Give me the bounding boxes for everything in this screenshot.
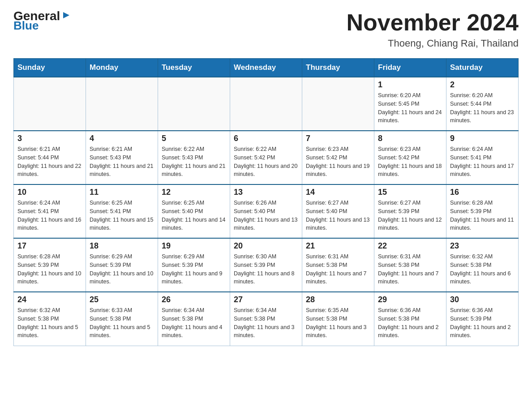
week-row-1: 1Sunrise: 6:20 AM Sunset: 5:45 PM Daylig… (14, 77, 519, 131)
day-number: 11 (90, 188, 154, 197)
day-info: Sunrise: 6:24 AM Sunset: 5:41 PM Dayligh… (450, 145, 515, 179)
calendar-cell: 12Sunrise: 6:25 AM Sunset: 5:40 PM Dayli… (158, 184, 230, 238)
day-number: 4 (90, 134, 154, 143)
day-info: Sunrise: 6:21 AM Sunset: 5:44 PM Dayligh… (17, 145, 82, 179)
header-day-thursday: Thursday (302, 59, 374, 77)
day-info: Sunrise: 6:23 AM Sunset: 5:42 PM Dayligh… (306, 145, 370, 179)
calendar-body: 1Sunrise: 6:20 AM Sunset: 5:45 PM Daylig… (14, 77, 519, 346)
header-day-wednesday: Wednesday (230, 59, 302, 77)
day-number: 14 (306, 188, 370, 197)
page-header: General Blue November 2024 Thoeng, Chian… (13, 9, 519, 49)
calendar-cell: 18Sunrise: 6:29 AM Sunset: 5:39 PM Dayli… (86, 238, 158, 292)
header-row: SundayMondayTuesdayWednesdayThursdayFrid… (14, 59, 519, 77)
week-row-5: 24Sunrise: 6:32 AM Sunset: 5:38 PM Dayli… (14, 292, 519, 346)
calendar-cell: 4Sunrise: 6:21 AM Sunset: 5:43 PM Daylig… (86, 131, 158, 184)
calendar-cell: 13Sunrise: 6:26 AM Sunset: 5:40 PM Dayli… (230, 184, 302, 238)
day-info: Sunrise: 6:28 AM Sunset: 5:39 PM Dayligh… (17, 253, 82, 286)
day-info: Sunrise: 6:32 AM Sunset: 5:38 PM Dayligh… (450, 253, 515, 286)
day-number: 5 (162, 134, 226, 143)
day-number: 17 (17, 241, 82, 251)
day-number: 29 (378, 295, 442, 304)
day-info: Sunrise: 6:35 AM Sunset: 5:38 PM Dayligh… (306, 306, 370, 340)
day-info: Sunrise: 6:27 AM Sunset: 5:40 PM Dayligh… (306, 199, 370, 232)
day-info: Sunrise: 6:32 AM Sunset: 5:38 PM Dayligh… (17, 306, 82, 340)
day-info: Sunrise: 6:33 AM Sunset: 5:38 PM Dayligh… (90, 306, 154, 340)
week-row-3: 10Sunrise: 6:24 AM Sunset: 5:41 PM Dayli… (14, 184, 519, 238)
calendar-cell (158, 77, 230, 131)
day-info: Sunrise: 6:27 AM Sunset: 5:39 PM Dayligh… (378, 199, 442, 232)
calendar-cell: 8Sunrise: 6:23 AM Sunset: 5:42 PM Daylig… (374, 131, 446, 184)
calendar-cell: 11Sunrise: 6:25 AM Sunset: 5:41 PM Dayli… (86, 184, 158, 238)
calendar-cell (230, 77, 302, 131)
day-number: 28 (306, 295, 370, 304)
day-number: 20 (234, 241, 298, 251)
calendar-cell: 9Sunrise: 6:24 AM Sunset: 5:41 PM Daylig… (446, 131, 519, 184)
day-number: 6 (234, 134, 298, 143)
calendar-cell: 28Sunrise: 6:35 AM Sunset: 5:38 PM Dayli… (302, 292, 374, 346)
calendar-table: SundayMondayTuesdayWednesdayThursdayFrid… (13, 58, 519, 346)
calendar-cell: 15Sunrise: 6:27 AM Sunset: 5:39 PM Dayli… (374, 184, 446, 238)
day-info: Sunrise: 6:36 AM Sunset: 5:38 PM Dayligh… (378, 306, 442, 340)
header-day-friday: Friday (374, 59, 446, 77)
logo: General Blue (13, 9, 72, 33)
day-number: 26 (162, 295, 226, 304)
day-info: Sunrise: 6:26 AM Sunset: 5:40 PM Dayligh… (234, 199, 298, 232)
day-number: 7 (306, 134, 370, 143)
day-info: Sunrise: 6:24 AM Sunset: 5:41 PM Dayligh… (17, 199, 82, 232)
day-number: 18 (90, 241, 154, 251)
svg-marker-0 (63, 12, 69, 18)
day-number: 12 (162, 188, 226, 197)
calendar-cell: 5Sunrise: 6:22 AM Sunset: 5:43 PM Daylig… (158, 131, 230, 184)
day-number: 3 (17, 134, 82, 143)
calendar-cell: 10Sunrise: 6:24 AM Sunset: 5:41 PM Dayli… (14, 184, 86, 238)
calendar-cell: 1Sunrise: 6:20 AM Sunset: 5:45 PM Daylig… (374, 77, 446, 131)
day-number: 19 (162, 241, 226, 251)
calendar-cell: 20Sunrise: 6:30 AM Sunset: 5:39 PM Dayli… (230, 238, 302, 292)
calendar-cell: 6Sunrise: 6:22 AM Sunset: 5:42 PM Daylig… (230, 131, 302, 184)
calendar-cell: 29Sunrise: 6:36 AM Sunset: 5:38 PM Dayli… (374, 292, 446, 346)
calendar-cell: 23Sunrise: 6:32 AM Sunset: 5:38 PM Dayli… (446, 238, 519, 292)
day-info: Sunrise: 6:20 AM Sunset: 5:45 PM Dayligh… (378, 91, 442, 125)
header-day-monday: Monday (86, 59, 158, 77)
day-info: Sunrise: 6:20 AM Sunset: 5:44 PM Dayligh… (450, 91, 515, 125)
title-section: November 2024 Thoeng, Chiang Rai, Thaila… (347, 9, 519, 49)
day-info: Sunrise: 6:21 AM Sunset: 5:43 PM Dayligh… (90, 145, 154, 179)
day-info: Sunrise: 6:34 AM Sunset: 5:38 PM Dayligh… (234, 306, 298, 340)
day-info: Sunrise: 6:31 AM Sunset: 5:38 PM Dayligh… (378, 253, 442, 286)
calendar-cell: 27Sunrise: 6:34 AM Sunset: 5:38 PM Dayli… (230, 292, 302, 346)
calendar-cell: 14Sunrise: 6:27 AM Sunset: 5:40 PM Dayli… (302, 184, 374, 238)
day-info: Sunrise: 6:28 AM Sunset: 5:39 PM Dayligh… (450, 199, 515, 232)
week-row-2: 3Sunrise: 6:21 AM Sunset: 5:44 PM Daylig… (14, 131, 519, 184)
calendar-cell: 17Sunrise: 6:28 AM Sunset: 5:39 PM Dayli… (14, 238, 86, 292)
calendar-cell: 19Sunrise: 6:29 AM Sunset: 5:39 PM Dayli… (158, 238, 230, 292)
calendar-cell: 21Sunrise: 6:31 AM Sunset: 5:38 PM Dayli… (302, 238, 374, 292)
day-number: 9 (450, 134, 515, 143)
day-info: Sunrise: 6:34 AM Sunset: 5:38 PM Dayligh… (162, 306, 226, 340)
calendar-cell (86, 77, 158, 131)
week-row-4: 17Sunrise: 6:28 AM Sunset: 5:39 PM Dayli… (14, 238, 519, 292)
day-info: Sunrise: 6:29 AM Sunset: 5:39 PM Dayligh… (90, 253, 154, 286)
calendar-cell (14, 77, 86, 131)
calendar-cell: 3Sunrise: 6:21 AM Sunset: 5:44 PM Daylig… (14, 131, 86, 184)
day-info: Sunrise: 6:30 AM Sunset: 5:39 PM Dayligh… (234, 253, 298, 286)
day-number: 30 (450, 295, 515, 304)
logo-flag-icon (61, 10, 71, 20)
day-number: 2 (450, 80, 515, 90)
calendar-cell: 30Sunrise: 6:36 AM Sunset: 5:39 PM Dayli… (446, 292, 519, 346)
day-info: Sunrise: 6:31 AM Sunset: 5:38 PM Dayligh… (306, 253, 370, 286)
calendar-cell: 2Sunrise: 6:20 AM Sunset: 5:44 PM Daylig… (446, 77, 519, 131)
logo-blue: Blue (13, 19, 39, 33)
day-info: Sunrise: 6:23 AM Sunset: 5:42 PM Dayligh… (378, 145, 442, 179)
day-number: 13 (234, 188, 298, 197)
day-info: Sunrise: 6:25 AM Sunset: 5:40 PM Dayligh… (162, 199, 226, 232)
header-day-tuesday: Tuesday (158, 59, 230, 77)
header-day-saturday: Saturday (446, 59, 519, 77)
day-number: 23 (450, 241, 515, 251)
calendar-cell: 16Sunrise: 6:28 AM Sunset: 5:39 PM Dayli… (446, 184, 519, 238)
day-info: Sunrise: 6:22 AM Sunset: 5:43 PM Dayligh… (162, 145, 226, 179)
day-info: Sunrise: 6:36 AM Sunset: 5:39 PM Dayligh… (450, 306, 515, 340)
calendar-header: SundayMondayTuesdayWednesdayThursdayFrid… (14, 59, 519, 77)
calendar-cell: 22Sunrise: 6:31 AM Sunset: 5:38 PM Dayli… (374, 238, 446, 292)
calendar-cell (302, 77, 374, 131)
calendar-cell: 26Sunrise: 6:34 AM Sunset: 5:38 PM Dayli… (158, 292, 230, 346)
